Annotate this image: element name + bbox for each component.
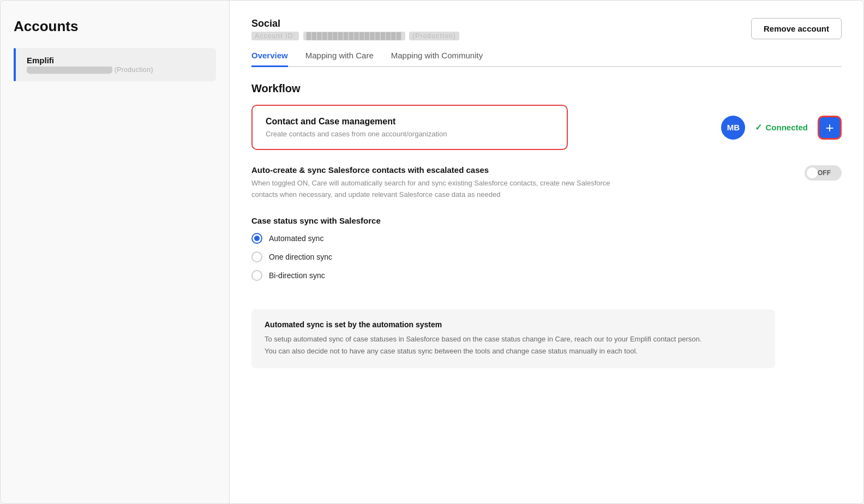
auto-create-title: Auto-create & sync Salesforce contacts w… — [251, 165, 633, 175]
sidebar-title: Accounts — [14, 18, 216, 35]
info-box: Automated sync is set by the automation … — [251, 309, 775, 368]
avatar: MB — [721, 116, 745, 140]
remove-account-button[interactable]: Remove account — [751, 18, 842, 39]
radio-label-bi-direction: Bi-direction sync — [269, 271, 325, 280]
sidebar: Accounts Emplifi ██████████████████ (Pro… — [1, 1, 230, 503]
tab-mapping-community[interactable]: Mapping with Community — [391, 51, 483, 67]
radio-circle-one-direction — [251, 251, 262, 262]
account-item-content: Emplifi ██████████████████ (Production) — [22, 56, 153, 74]
radio-group-sync: Automated sync One direction sync Bi-dir… — [251, 233, 842, 281]
info-box-title: Automated sync is set by the automation … — [265, 320, 762, 329]
workflow-title: Workflow — [251, 82, 842, 95]
case-status-section: Case status sync with Salesforce Automat… — [251, 216, 842, 281]
auto-create-desc: When toggled ON, Care will automatically… — [251, 178, 633, 201]
workflow-card-row: Contact and Case management Create conta… — [251, 105, 842, 150]
info-box-text: To setup automated sync of case statuses… — [265, 333, 762, 357]
account-name: Emplifi — [27, 56, 153, 65]
radio-bi-direction[interactable]: Bi-direction sync — [251, 270, 842, 281]
connected-label-text: Connected — [765, 123, 808, 132]
auto-create-toggle[interactable]: OFF — [805, 165, 842, 181]
radio-label-one-direction: One direction sync — [269, 253, 332, 261]
connected-status: ✓ Connected — [755, 122, 808, 133]
account-id-redacted: ██████████████████ — [27, 67, 112, 73]
add-workflow-button[interactable]: + — [818, 116, 842, 140]
main-content: Social Account ID: ██████████████████ (P… — [230, 1, 863, 503]
tabs-bar: Overview Mapping with Care Mapping with … — [251, 51, 842, 67]
workflow-card-actions: MB ✓ Connected + — [721, 116, 842, 140]
check-icon: ✓ — [755, 122, 762, 133]
header-id-redacted: ██████████████████ — [303, 32, 405, 40]
sidebar-account-item[interactable]: Emplifi ██████████████████ (Production) — [14, 48, 216, 81]
header-account-id: Account ID: ██████████████████ (Producti… — [251, 32, 461, 40]
workflow-card-desc: Create contacts and cases from one accou… — [266, 130, 554, 138]
radio-circle-automated — [251, 233, 262, 244]
tab-overview[interactable]: Overview — [251, 51, 288, 67]
auto-create-text: Auto-create & sync Salesforce contacts w… — [251, 165, 633, 201]
case-status-title: Case status sync with Salesforce — [251, 216, 842, 225]
radio-circle-bi-direction — [251, 270, 262, 281]
auto-create-header-row: Auto-create & sync Salesforce contacts w… — [251, 165, 842, 201]
account-active-indicator — [14, 48, 16, 81]
workflow-card-title: Contact and Case management — [266, 117, 554, 127]
radio-one-direction[interactable]: One direction sync — [251, 251, 842, 262]
main-header: Social Account ID: ██████████████████ (P… — [251, 18, 842, 40]
account-id: ██████████████████ (Production) — [27, 66, 153, 74]
radio-label-automated: Automated sync — [269, 234, 323, 243]
app-name: Social — [251, 18, 461, 29]
radio-automated-sync[interactable]: Automated sync — [251, 233, 842, 244]
header-left: Social Account ID: ██████████████████ (P… — [251, 18, 461, 40]
workflow-card[interactable]: Contact and Case management Create conta… — [251, 105, 568, 150]
tab-mapping-care[interactable]: Mapping with Care — [305, 51, 374, 67]
auto-create-section: Auto-create & sync Salesforce contacts w… — [251, 165, 842, 201]
